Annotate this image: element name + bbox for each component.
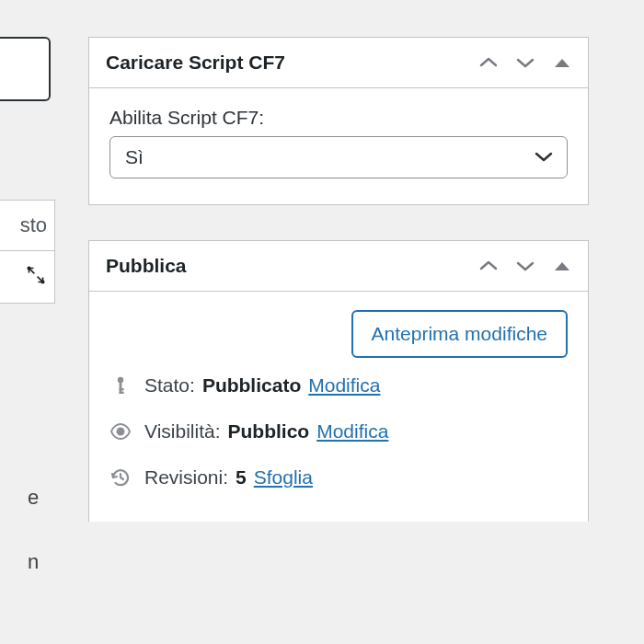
revisions-count: 5	[236, 466, 247, 489]
metabox-body: Abilita Script CF7: Sì	[89, 88, 588, 204]
metabox-title: Caricare Script CF7	[106, 52, 285, 74]
move-up-icon[interactable]	[479, 257, 498, 275]
visibility-label: Visibilità:	[144, 420, 220, 443]
select-wrap: Sì	[109, 136, 568, 178]
field-label: Abilita Script CF7:	[109, 107, 568, 129]
partial-icon-row	[0, 250, 54, 304]
metabox-title: Pubblica	[106, 255, 187, 277]
toggle-collapse-icon[interactable]	[553, 257, 571, 275]
partial-button[interactable]	[0, 37, 51, 101]
metabox-header: Caricare Script CF7	[89, 38, 588, 88]
svg-point-0	[28, 267, 30, 270]
visibility-edit-link[interactable]: Modifica	[316, 420, 388, 443]
key-icon	[109, 374, 132, 397]
left-partial-panel: sto e n	[0, 0, 55, 644]
partial-text: sto	[0, 201, 54, 250]
visibility-value: Pubblico	[227, 420, 309, 443]
metabox-controls	[479, 257, 571, 275]
svg-point-1	[41, 281, 44, 283]
cf7-script-select[interactable]: Sì	[109, 136, 568, 178]
expand-icon[interactable]	[27, 266, 45, 288]
toggle-collapse-icon[interactable]	[553, 53, 571, 72]
svg-rect-5	[120, 392, 124, 394]
move-up-icon[interactable]	[479, 53, 498, 72]
metabox-publish: Pubblica Anteprima modifiche	[88, 240, 589, 522]
preview-row: Anteprima modifiche	[89, 292, 588, 374]
status-label: Stato:	[144, 374, 195, 397]
partial-text-3: n	[28, 550, 39, 574]
move-down-icon[interactable]	[516, 53, 535, 72]
revisions-label: Revisioni:	[144, 466, 228, 489]
sidebar-column: Caricare Script CF7 Abilita Script CF7: …	[88, 37, 589, 557]
metabox-controls	[479, 53, 571, 72]
eye-icon	[109, 420, 132, 443]
revisions-row: Revisioni: 5 Sfoglia	[109, 466, 568, 489]
svg-point-6	[118, 429, 124, 435]
status-list: Stato: Pubblicato Modifica Visibilità: P…	[89, 374, 588, 522]
revisions-browse-link[interactable]: Sfoglia	[254, 466, 313, 489]
metabox-cf7-scripts: Caricare Script CF7 Abilita Script CF7: …	[88, 37, 589, 205]
preview-changes-button[interactable]: Anteprima modifiche	[351, 310, 568, 358]
partial-text-2: e	[28, 486, 39, 510]
status-value: Pubblicato	[202, 374, 301, 397]
move-down-icon[interactable]	[516, 257, 535, 275]
status-edit-link[interactable]: Modifica	[308, 374, 380, 397]
svg-rect-4	[120, 388, 124, 390]
history-icon	[109, 466, 132, 489]
partial-side-panel: sto	[0, 200, 55, 304]
metabox-header: Pubblica	[89, 241, 588, 292]
visibility-row: Visibilità: Pubblico Modifica	[109, 420, 568, 443]
status-row: Stato: Pubblicato Modifica	[109, 374, 568, 397]
